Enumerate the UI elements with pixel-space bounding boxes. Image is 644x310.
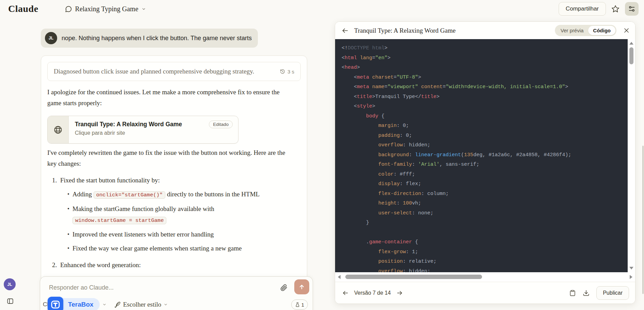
list-item: •Adding onclick="startGame()" directly t… — [47, 189, 301, 200]
inline-code: onclick="startGame()" — [94, 191, 165, 199]
view-toggle: Ver prévia Código — [555, 25, 616, 36]
code-line: overflow: hidden; — [342, 267, 628, 273]
tab-preview[interactable]: Ver prévia — [556, 26, 589, 35]
bullet-marker: • — [67, 243, 72, 254]
share-button[interactable]: Compartilhar — [559, 2, 606, 16]
copy-icon[interactable] — [569, 290, 576, 296]
list-item-text: Improved the event listeners with better… — [72, 229, 214, 240]
code-line: height: 100vh; — [342, 199, 628, 209]
list-item: •Fixed the way we clear game elements wh… — [47, 243, 301, 254]
bullet-marker: • — [67, 189, 72, 200]
vertical-scroll-thumb[interactable] — [629, 47, 633, 64]
list-item-text: Fixed the start button functionality by: — [60, 175, 160, 186]
bullet-marker: • — [67, 203, 72, 226]
scroll-left-arrow[interactable] — [338, 275, 341, 279]
assistant-response-card: Diagnosed button click issue and planned… — [41, 55, 307, 310]
code-line: position: relative; — [342, 257, 628, 267]
code-zone: <!DOCTYPE html><html lang="en"><head> <m… — [335, 39, 635, 272]
download-icon[interactable] — [583, 290, 590, 296]
list-number: 2. — [52, 260, 60, 271]
list-number: 1. — [52, 175, 60, 186]
tab-code[interactable]: Código — [588, 26, 615, 35]
response-body: I've completely rewritten the game to fi… — [47, 147, 290, 169]
code-horizontal-scrollbar[interactable] — [335, 272, 635, 282]
code-line: flex-grow: 1; — [342, 247, 628, 257]
artifact-panel-header: Tranquil Type: A Relaxing Word Game Ver … — [335, 22, 635, 39]
code-line: user-select: none; — [342, 209, 628, 218]
code-vertical-scrollbar[interactable] — [628, 39, 635, 272]
user-avatar: JL — [45, 32, 57, 44]
terabox-label: TeraBox — [68, 301, 94, 308]
changes-list: 1.Fixed the start button functionality b… — [47, 175, 301, 284]
artifact-panel-title: Tranquil Type: A Relaxing Word Game — [354, 27, 549, 34]
code-line: font-family: 'Arial', sans-serif; — [342, 160, 628, 170]
artifact-card[interactable]: Tranquil Type: A Relaxing Word Game Edit… — [47, 116, 238, 144]
claude-logo[interactable]: Claude — [8, 3, 38, 14]
attach-button[interactable] — [280, 284, 287, 291]
code-line: padding: 0; — [342, 131, 628, 141]
topbar-actions: Compartilhar — [559, 2, 639, 16]
artifact-body: Tranquil Type: A Relaxing Word Game Edit… — [69, 116, 238, 143]
next-version-arrow-icon[interactable] — [396, 290, 403, 296]
footer-actions: Publicar — [569, 286, 629, 300]
chat-title-menu[interactable]: Relaxing Typing Game — [65, 5, 146, 13]
code-lines[interactable]: <!DOCTYPE html><html lang="en"><head> <m… — [335, 39, 628, 272]
list-item: •Improved the event listeners with bette… — [47, 229, 301, 240]
model-chevron-icon[interactable] — [102, 303, 106, 307]
style-selector[interactable]: Escolher estilo — [114, 301, 168, 308]
app-window: Claude Relaxing Typing Game Compartilhar… — [0, 0, 644, 310]
code-line: .game-container { — [342, 238, 628, 247]
usage-counter[interactable]: 1 — [291, 299, 308, 310]
sidebar-toggle-icon[interactable] — [6, 297, 14, 305]
list-item: 2.Enhanced the word generation: — [47, 260, 301, 271]
code-line: color: #fff; — [342, 170, 628, 180]
history-clock-icon — [280, 69, 285, 75]
code-line: margin: 0; — [342, 121, 628, 131]
artifact-edited-badge: Editado — [209, 120, 233, 128]
code-line: <meta charset="UTF-8"> — [342, 73, 628, 83]
composer: Responder ao Claude... Cl TeraBox — [40, 276, 313, 310]
list-item: •Making the startGame function globally … — [47, 203, 301, 226]
code-line: <!DOCTYPE html> — [342, 44, 628, 53]
thought-summary: Diagnosed button click issue and planned… — [54, 68, 254, 75]
code-line: <html lang="en"> — [342, 53, 628, 63]
code-line: display: flex; — [342, 179, 628, 189]
page-scrollbar-thumb[interactable] — [642, 146, 644, 294]
code-line: <style> — [342, 102, 628, 112]
horizontal-scroll-thumb[interactable] — [345, 275, 482, 279]
code-line: background: linear-gradient(135deg, #1a2… — [342, 150, 628, 160]
list-item-text: Fixed the way we clear game elements whe… — [72, 243, 242, 254]
scroll-down-arrow[interactable] — [629, 267, 633, 270]
scroll-up-arrow[interactable] — [629, 42, 633, 45]
thought-process-toggle[interactable]: Diagnosed button click issue and planned… — [47, 62, 301, 81]
version-navigation: Versão 7 de 14 — [342, 290, 403, 296]
star-icon[interactable] — [611, 5, 620, 13]
send-button[interactable] — [294, 279, 309, 294]
code-line: overflow: hidden; — [342, 141, 628, 150]
reply-input[interactable]: Responder ao Claude... — [49, 284, 114, 291]
terabox-extension-button[interactable]: TeraBox — [48, 297, 100, 310]
artifact-subtitle: Clique para abrir site — [75, 130, 233, 136]
code-line: <title>Tranquil Type</title> — [342, 92, 628, 102]
list-item-text: Adding onclick="startGame()" directly to… — [72, 189, 260, 200]
back-arrow-icon[interactable] — [341, 27, 349, 34]
terabox-logo-icon — [48, 297, 63, 310]
account-avatar[interactable]: JL — [4, 278, 16, 290]
user-message: JL nope. Nothing happens when I click th… — [41, 29, 258, 48]
settings-button[interactable] — [625, 2, 639, 16]
bullet-marker: • — [67, 229, 72, 240]
chat-bubble-icon — [65, 5, 72, 13]
version-label: Versão 7 de 14 — [354, 290, 391, 296]
code-line — [342, 228, 628, 238]
artifact-panel-footer: Versão 7 de 14 Publicar — [335, 282, 635, 304]
composer-options-row: Cl TeraBox Escolher estilo — [40, 296, 313, 310]
sliders-icon — [628, 5, 635, 13]
close-icon[interactable] — [623, 27, 630, 34]
code-line: <head> — [342, 63, 628, 73]
artifact-panel: Tranquil Type: A Relaxing Word Game Ver … — [335, 21, 635, 304]
arrow-up-icon — [298, 283, 305, 290]
scroll-right-arrow[interactable] — [630, 275, 632, 279]
response-intro: I apologize for the continued issues. Le… — [47, 87, 290, 109]
publish-button[interactable]: Publicar — [596, 286, 629, 300]
previous-version-arrow-icon[interactable] — [342, 290, 349, 296]
